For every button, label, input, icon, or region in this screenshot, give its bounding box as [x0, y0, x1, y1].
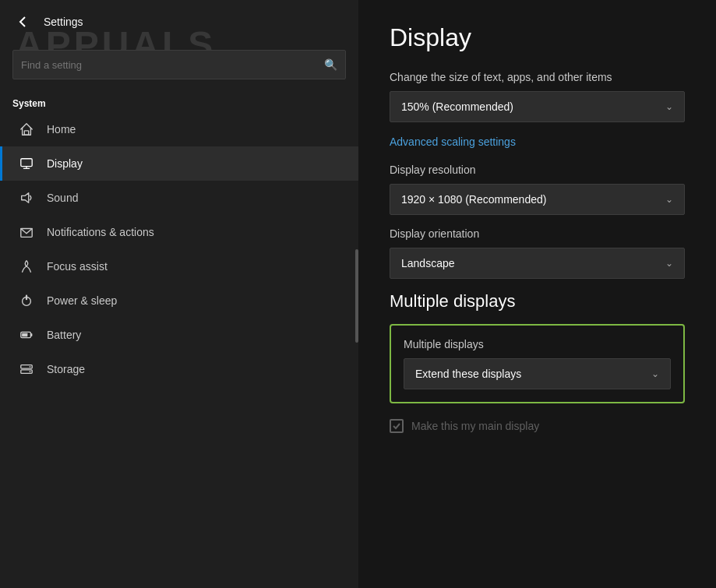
window-title: Settings [44, 16, 83, 28]
sidebar: Settings APPUALS 🔍 System Home [0, 0, 358, 588]
multiple-displays-value: Extend these displays [415, 368, 521, 380]
sidebar-item-label-power: Power & sleep [47, 294, 117, 307]
main-display-label: Make this my main display [411, 420, 539, 432]
storage-icon [19, 361, 34, 377]
display-icon [19, 156, 34, 171]
svg-marker-4 [22, 193, 29, 203]
sidebar-item-notifications[interactable]: Notifications & actions [0, 215, 358, 249]
notifications-icon [19, 224, 34, 240]
sidebar-item-display[interactable]: Display [0, 146, 358, 181]
page-title: Display [390, 23, 685, 52]
sidebar-item-label-battery: Battery [47, 329, 81, 341]
sidebar-item-storage[interactable]: Storage [0, 352, 358, 386]
resolution-label: Display resolution [390, 164, 685, 176]
chevron-down-icon-multi: ⌄ [651, 368, 659, 379]
sidebar-item-focus[interactable]: Focus assist [0, 249, 358, 283]
text-size-dropdown[interactable]: 150% (Recommended) ⌄ [390, 91, 685, 122]
chevron-down-icon: ⌄ [665, 101, 673, 112]
sidebar-item-label-notifications: Notifications & actions [47, 226, 154, 238]
main-content: Display Change the size of text, apps, a… [358, 0, 716, 588]
search-box[interactable]: 🔍 [12, 50, 346, 79]
multiple-displays-label: Multiple displays [404, 338, 671, 350]
chevron-down-icon-resolution: ⌄ [665, 194, 673, 205]
multiple-displays-title: Multiple displays [390, 291, 685, 312]
main-display-row: Make this my main display [390, 419, 685, 433]
sidebar-item-home[interactable]: Home [0, 112, 358, 146]
svg-rect-1 [21, 159, 32, 167]
sidebar-item-label-display: Display [47, 157, 83, 170]
multiple-displays-box: Multiple displays Extend these displays … [390, 324, 685, 403]
sidebar-item-power[interactable]: Power & sleep [0, 283, 358, 318]
sidebar-item-label-storage: Storage [47, 363, 85, 375]
multiple-displays-dropdown[interactable]: Extend these displays ⌄ [404, 358, 671, 389]
sidebar-item-label-sound: Sound [47, 192, 78, 204]
focus-icon [19, 259, 34, 274]
back-button[interactable] [12, 11, 34, 33]
search-container: 🔍 [0, 44, 358, 92]
battery-icon [19, 327, 34, 343]
sidebar-item-sound[interactable]: Sound [0, 181, 358, 215]
sidebar-item-battery[interactable]: Battery [0, 318, 358, 352]
main-display-checkbox[interactable] [390, 419, 404, 433]
svg-point-14 [30, 371, 31, 372]
svg-point-13 [30, 366, 31, 368]
sound-icon [19, 190, 34, 206]
text-size-label: Change the size of text, apps, and other… [390, 71, 685, 83]
search-icon: 🔍 [324, 58, 337, 71]
resolution-dropdown[interactable]: 1920 × 1080 (Recommended) ⌄ [390, 184, 685, 215]
sidebar-item-label-home: Home [47, 123, 76, 136]
svg-rect-0 [24, 131, 28, 135]
svg-rect-10 [22, 333, 27, 337]
advanced-scaling-link[interactable]: Advanced scaling settings [390, 136, 516, 148]
sidebar-item-label-focus: Focus assist [47, 260, 108, 273]
orientation-label: Display orientation [390, 227, 685, 240]
system-label: System [0, 92, 358, 112]
text-size-value: 150% (Recommended) [401, 100, 513, 113]
sidebar-header: Settings [0, 0, 358, 44]
nav-list: Home Display Sound [0, 112, 358, 386]
home-icon [19, 121, 34, 137]
search-input[interactable] [21, 59, 318, 71]
chevron-down-icon-orientation: ⌄ [665, 258, 673, 269]
resolution-value: 1920 × 1080 (Recommended) [401, 193, 546, 206]
orientation-dropdown[interactable]: Landscape ⌄ [390, 248, 685, 279]
power-icon [19, 293, 34, 308]
orientation-value: Landscape [401, 257, 455, 269]
